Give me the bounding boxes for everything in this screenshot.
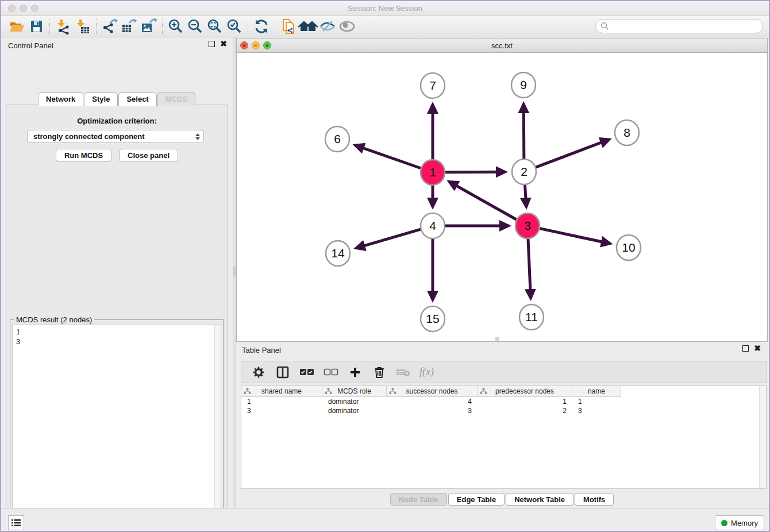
cell-mcds-role[interactable]: dominator bbox=[322, 397, 387, 406]
control-panel-tabs: NetworkStyleSelectMCDS bbox=[1, 92, 233, 106]
node-14[interactable]: 14 bbox=[326, 241, 350, 266]
app-title: Session: New Session bbox=[1, 4, 769, 13]
column-header-shared-name[interactable]: shared name bbox=[241, 386, 322, 397]
node-2[interactable]: 2 bbox=[512, 159, 536, 184]
edge-2-3[interactable] bbox=[525, 184, 526, 207]
tab-network[interactable]: Network bbox=[38, 92, 83, 106]
zoom-selected-icon[interactable] bbox=[225, 18, 244, 35]
node-10[interactable]: 10 bbox=[617, 235, 641, 260]
table-row[interactable]: 1dominator411 bbox=[241, 397, 766, 406]
close-panel-button[interactable]: Close panel bbox=[119, 149, 178, 162]
node-8[interactable]: 8 bbox=[615, 120, 639, 145]
edge-2-9[interactable] bbox=[523, 104, 524, 159]
delete-table-icon[interactable] bbox=[395, 364, 411, 380]
edge-3-11[interactable] bbox=[528, 238, 531, 298]
optimization-criterion-select[interactable]: strongly connected component bbox=[27, 130, 204, 143]
node-15[interactable]: 15 bbox=[421, 306, 445, 331]
network-graph[interactable]: 7968124314101511 bbox=[237, 53, 767, 341]
tab-mcds[interactable]: MCDS bbox=[157, 92, 195, 106]
column-header-name[interactable]: name bbox=[572, 386, 621, 397]
tab-network-table[interactable]: Network Table bbox=[506, 493, 573, 506]
close-panel-icon[interactable]: ✖ bbox=[220, 41, 227, 47]
node-11[interactable]: 11 bbox=[519, 304, 544, 330]
hide-icon[interactable] bbox=[318, 18, 337, 35]
show-icon[interactable] bbox=[337, 18, 357, 35]
table-float-icon[interactable] bbox=[742, 345, 749, 352]
search-box[interactable] bbox=[595, 19, 763, 33]
mcds-panel: Optimization criterion: strongly connect… bbox=[6, 105, 228, 532]
tab-motifs[interactable]: Motifs bbox=[575, 493, 614, 506]
node-6[interactable]: 6 bbox=[325, 126, 349, 152]
result-scrollbar[interactable] bbox=[214, 325, 221, 532]
cell-shared-name[interactable]: 3 bbox=[241, 406, 322, 415]
edge-2-8[interactable] bbox=[536, 140, 610, 167]
tab-style[interactable]: Style bbox=[84, 92, 118, 106]
cell-name[interactable]: 1 bbox=[572, 397, 621, 406]
edge-1-6[interactable] bbox=[355, 145, 421, 168]
mcds-result-box[interactable]: 1 3 bbox=[12, 325, 221, 532]
search-input[interactable] bbox=[609, 21, 763, 32]
splitter-handle[interactable] bbox=[233, 266, 236, 276]
save-icon[interactable] bbox=[26, 18, 46, 35]
tab-node-table[interactable]: Node Table bbox=[390, 493, 447, 506]
memory-label: Memory bbox=[731, 519, 758, 527]
svg-text:3: 3 bbox=[524, 219, 531, 232]
cell-predecessor-nodes[interactable]: 1 bbox=[478, 397, 572, 406]
cell-successor-nodes[interactable]: 3 bbox=[387, 406, 478, 415]
cell-predecessor-nodes[interactable]: 2 bbox=[478, 406, 572, 415]
table-close-icon[interactable]: ✖ bbox=[754, 345, 761, 352]
gear-icon[interactable] bbox=[251, 364, 267, 380]
home-icon[interactable] bbox=[298, 18, 318, 35]
table-row[interactable]: 3dominator323 bbox=[241, 406, 766, 415]
deselect-all-icon[interactable] bbox=[323, 364, 339, 380]
run-mcds-button[interactable]: Run MCDS bbox=[56, 149, 111, 162]
network-snapshot-icon[interactable] bbox=[279, 18, 298, 35]
export-image-icon[interactable] bbox=[139, 18, 159, 35]
node-3[interactable]: 3 bbox=[515, 213, 540, 238]
zoom-in-icon[interactable] bbox=[166, 18, 186, 35]
zoom-out-icon[interactable] bbox=[186, 18, 205, 35]
svg-text:11: 11 bbox=[525, 310, 538, 323]
node-table[interactable]: shared nameMCDS rolesuccessor nodesprede… bbox=[241, 385, 767, 489]
memory-button[interactable]: Memory bbox=[715, 515, 764, 530]
select-all-icon[interactable] bbox=[299, 364, 315, 380]
refresh-icon[interactable] bbox=[252, 18, 271, 35]
table-scrollbar[interactable] bbox=[759, 386, 766, 488]
mcds-result-title: MCDS result (2 nodes) bbox=[14, 315, 94, 324]
cell-successor-nodes[interactable]: 4 bbox=[387, 397, 478, 406]
task-history-button[interactable] bbox=[8, 515, 24, 530]
tab-edge-table[interactable]: Edge Table bbox=[448, 493, 505, 506]
cell-name[interactable]: 3 bbox=[572, 406, 621, 415]
edge-4-14[interactable] bbox=[356, 229, 421, 248]
export-network-icon[interactable] bbox=[100, 18, 120, 35]
node-4[interactable]: 4 bbox=[421, 213, 445, 238]
column-header-predecessor-nodes[interactable]: predecessor nodes bbox=[478, 386, 572, 397]
edge-3-10[interactable] bbox=[540, 229, 610, 244]
import-table-icon[interactable] bbox=[73, 18, 93, 35]
column-header-successor-nodes[interactable]: successor nodes bbox=[387, 386, 478, 397]
delete-column-icon[interactable] bbox=[371, 364, 387, 380]
float-panel-icon[interactable] bbox=[209, 41, 215, 47]
node-9[interactable]: 9 bbox=[511, 72, 536, 98]
edge-1-2[interactable] bbox=[445, 172, 505, 172]
tab-select[interactable]: Select bbox=[118, 92, 156, 106]
cell-mcds-role[interactable]: dominator bbox=[322, 406, 387, 415]
open-icon[interactable] bbox=[7, 18, 26, 35]
add-column-icon[interactable] bbox=[347, 364, 363, 380]
node-1[interactable]: 1 bbox=[421, 160, 445, 185]
import-network-icon[interactable] bbox=[53, 18, 73, 35]
svg-text:4: 4 bbox=[429, 219, 436, 232]
node-7[interactable]: 7 bbox=[421, 73, 445, 98]
columns-icon[interactable] bbox=[275, 364, 291, 380]
network-canvas[interactable]: 7968124314101511 bbox=[237, 53, 767, 341]
cell-shared-name[interactable]: 1 bbox=[241, 397, 322, 406]
edge-3-1[interactable] bbox=[449, 182, 517, 219]
canvas-grip[interactable] bbox=[495, 337, 499, 341]
column-header-mcds-role[interactable]: MCDS role bbox=[322, 386, 387, 397]
function-builder-icon[interactable]: f(x) bbox=[419, 366, 434, 378]
zoom-fit-icon[interactable] bbox=[205, 18, 225, 35]
export-table-icon[interactable] bbox=[120, 18, 139, 35]
table-panel: Table Panel ✖ f(x) shared nameMCDS rol bbox=[236, 342, 768, 508]
network-window-titlebar[interactable]: × − + scc.txt bbox=[237, 38, 767, 53]
network-window: × − + scc.txt 7968124314101511 bbox=[236, 38, 768, 342]
